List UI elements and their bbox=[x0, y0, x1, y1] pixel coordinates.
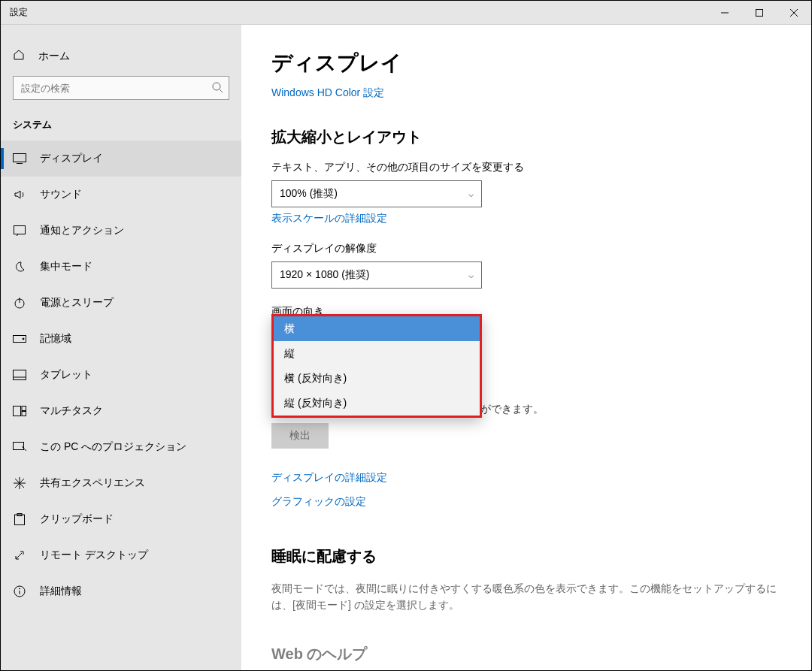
orientation-option-portrait[interactable]: 縦 bbox=[274, 341, 480, 366]
svg-rect-18 bbox=[14, 443, 24, 450]
webhelp-heading: Web のヘルプ bbox=[271, 644, 781, 664]
maximize-button[interactable] bbox=[742, 1, 777, 25]
nav-multitask[interactable]: マルチタスク bbox=[1, 393, 241, 429]
sound-icon bbox=[13, 188, 26, 201]
nav-clipboard[interactable]: クリップボード bbox=[1, 501, 241, 537]
remote-icon bbox=[13, 549, 26, 562]
orientation-option-landscape[interactable]: 横 bbox=[274, 316, 480, 341]
info-icon bbox=[13, 585, 26, 598]
hdcolor-link[interactable]: Windows HD Color 設定 bbox=[271, 86, 384, 100]
svg-rect-19 bbox=[15, 515, 25, 525]
resolution-select[interactable]: 1920 × 1080 (推奨) ⌵ bbox=[271, 261, 482, 289]
svg-point-23 bbox=[20, 588, 20, 589]
nav-remote[interactable]: リモート デスクトップ bbox=[1, 537, 241, 573]
scale-select[interactable]: 100% (推奨) ⌵ bbox=[271, 180, 482, 207]
orientation-option-landscape-flipped[interactable]: 横 (反対向き) bbox=[274, 366, 480, 391]
sleep-heading: 睡眠に配慮する bbox=[271, 546, 781, 567]
advanced-display-link[interactable]: ディスプレイの詳細設定 bbox=[271, 471, 781, 485]
scale-value: 100% (推奨) bbox=[280, 187, 338, 201]
section-heading: システム bbox=[1, 118, 241, 141]
svg-rect-8 bbox=[14, 226, 26, 234]
share-icon bbox=[13, 476, 26, 490]
detect-button[interactable]: 検出 bbox=[271, 423, 329, 449]
moon-icon bbox=[13, 260, 26, 274]
nav-sound[interactable]: サウンド bbox=[1, 177, 241, 213]
home-icon bbox=[13, 49, 26, 64]
home-label: ホーム bbox=[38, 50, 70, 63]
nav-display[interactable]: ディスプレイ bbox=[1, 141, 241, 177]
nav-about[interactable]: 詳細情報 bbox=[1, 573, 241, 609]
search-icon bbox=[211, 81, 223, 96]
chevron-down-icon: ⌵ bbox=[468, 270, 474, 280]
nav-storage[interactable]: 記憶域 bbox=[1, 321, 241, 357]
svg-rect-16 bbox=[22, 407, 26, 411]
orientation-dropdown: 横 縦 横 (反対向き) 縦 (反対向き) bbox=[271, 314, 482, 418]
search-input[interactable] bbox=[13, 76, 229, 100]
page-title: ディスプレイ bbox=[271, 49, 781, 77]
scale-label: テキスト、アプリ、その他の項目のサイズを変更する bbox=[271, 161, 781, 174]
nav-tablet[interactable]: タブレット bbox=[1, 357, 241, 393]
home-link[interactable]: ホーム bbox=[1, 43, 241, 76]
nav-focus[interactable]: 集中モード bbox=[1, 249, 241, 285]
svg-rect-17 bbox=[22, 412, 26, 416]
main-content: ディスプレイ Windows HD Color 設定 拡大縮小とレイアウト テキ… bbox=[241, 25, 811, 670]
svg-rect-13 bbox=[14, 370, 26, 380]
chevron-down-icon: ⌵ bbox=[468, 189, 474, 199]
display-icon bbox=[13, 152, 26, 165]
power-icon bbox=[13, 296, 26, 310]
svg-rect-1 bbox=[756, 9, 763, 16]
resolution-label: ディスプレイの解像度 bbox=[271, 242, 781, 255]
notification-icon bbox=[13, 224, 26, 237]
minimize-button[interactable] bbox=[707, 1, 742, 25]
close-button[interactable] bbox=[777, 1, 811, 25]
nav-notifications[interactable]: 通知とアクション bbox=[1, 213, 241, 249]
graphics-link[interactable]: グラフィックの設定 bbox=[271, 495, 781, 509]
svg-line-5 bbox=[220, 89, 223, 92]
nav-projection[interactable]: この PC へのプロジェクション bbox=[1, 429, 241, 465]
sleep-description: 夜間モードでは、夜間に眠りに付きやすくする暖色系の色を表示できます。この機能をセ… bbox=[271, 580, 781, 614]
scale-heading: 拡大縮小とレイアウト bbox=[271, 127, 781, 147]
clipboard-icon bbox=[13, 512, 26, 526]
svg-point-4 bbox=[213, 83, 220, 90]
resolution-value: 1920 × 1080 (推奨) bbox=[280, 268, 369, 282]
storage-icon bbox=[13, 332, 26, 346]
nav-power[interactable]: 電源とスリープ bbox=[1, 285, 241, 321]
orientation-option-portrait-flipped[interactable]: 縦 (反対向き) bbox=[274, 391, 480, 416]
titlebar: 設定 bbox=[1, 1, 811, 25]
svg-rect-15 bbox=[14, 407, 21, 416]
tablet-icon bbox=[13, 368, 26, 382]
nav-shared[interactable]: 共有エクスペリエンス bbox=[1, 465, 241, 501]
window-title: 設定 bbox=[1, 6, 28, 19]
svg-rect-6 bbox=[14, 154, 26, 162]
scale-advanced-link[interactable]: 表示スケールの詳細設定 bbox=[271, 212, 387, 225]
sidebar: ホーム システム ディスプレイ サウンド 通知とアクション 集中モード 電源とス… bbox=[1, 25, 241, 670]
svg-point-12 bbox=[23, 338, 24, 340]
projection-icon bbox=[13, 440, 26, 454]
multitask-icon bbox=[13, 404, 26, 418]
